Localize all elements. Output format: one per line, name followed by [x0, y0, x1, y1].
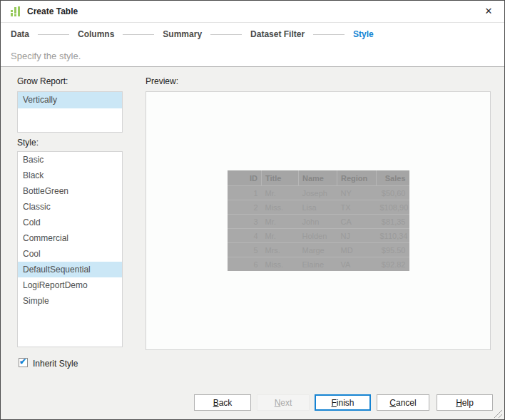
- table-cell: NY: [337, 186, 377, 200]
- help-button[interactable]: Help: [437, 394, 493, 411]
- table-cell: 6: [228, 257, 262, 272]
- style-list[interactable]: Basic Black BottleGreen Classic Cold Com…: [17, 151, 123, 347]
- grow-report-option-vertically[interactable]: Vertically: [18, 92, 122, 108]
- table-cell: $95.50: [377, 243, 409, 257]
- inherit-style-label: Inherit Style: [33, 359, 78, 369]
- table-cell: Miss.: [262, 200, 299, 215]
- table-row: 4 Mr. Holden NJ $110,34: [228, 229, 409, 243]
- inherit-style-checkbox[interactable]: ✔: [19, 358, 28, 367]
- table-cell: 2: [228, 200, 262, 215]
- title-bar[interactable]: Create Table ✕: [1, 1, 504, 23]
- table-cell: Miss.: [262, 257, 299, 272]
- step-dataset-filter[interactable]: Dataset Filter: [250, 29, 305, 39]
- table-cell: 3: [228, 215, 262, 229]
- finish-button[interactable]: Finish: [315, 394, 371, 411]
- step-summary[interactable]: Summary: [163, 29, 202, 39]
- table-cell: $81,35: [377, 215, 409, 229]
- style-label: Style:: [17, 138, 39, 148]
- table-cell: $108,90: [377, 200, 409, 215]
- table-cell: $110,34: [377, 229, 409, 243]
- table-cell: $92.82: [377, 257, 409, 272]
- table-cell: TX: [337, 200, 377, 215]
- table-cell: Mr.: [262, 229, 299, 243]
- table-header-cell: Region: [337, 170, 377, 186]
- style-option-cold[interactable]: Cold: [18, 215, 122, 230]
- table-header-cell: Title: [262, 170, 299, 186]
- step-columns[interactable]: Columns: [78, 29, 114, 39]
- table-cell: $50,60: [377, 186, 409, 200]
- next-button: Next: [257, 394, 310, 411]
- subtitle-row: Specify the style.: [1, 46, 504, 67]
- back-button[interactable]: Back: [194, 394, 251, 411]
- style-option-black[interactable]: Black: [18, 168, 122, 183]
- style-option-commercial[interactable]: Commercial: [18, 230, 122, 246]
- step-style[interactable]: Style: [353, 29, 374, 39]
- preview-table: ID Title Name Region Sales 1 Mr. Joseph …: [228, 170, 409, 271]
- checkmark-icon: ✔: [19, 357, 26, 367]
- style-option-basic[interactable]: Basic: [18, 152, 122, 168]
- close-icon[interactable]: ✕: [482, 5, 495, 18]
- table-cell: Marge: [299, 243, 337, 257]
- table-cell: Holden: [299, 229, 337, 243]
- step-connector: [313, 34, 345, 35]
- table-header-cell: Sales: [377, 170, 409, 186]
- preview-panel: ID Title Name Region Sales 1 Mr. Joseph …: [146, 91, 491, 350]
- table-row: 5 Mrs. Marge MD $95.50: [228, 243, 409, 257]
- step-connector: [38, 34, 69, 35]
- table-cell: John: [299, 215, 337, 229]
- preview-label: Preview:: [146, 76, 178, 86]
- create-table-dialog: Create Table ✕ Data Columns Summary Data…: [0, 0, 505, 420]
- table-cell: Elaine: [299, 257, 337, 272]
- table-row: 6 Miss. Elaine VA $92.82: [228, 257, 409, 272]
- step-connector: [123, 34, 154, 35]
- style-option-defaultsequential[interactable]: DefaultSequential: [18, 262, 122, 277]
- cancel-button[interactable]: Cancel: [377, 394, 429, 411]
- resize-grip-icon[interactable]: [494, 409, 503, 418]
- table-cell: Mrs.: [262, 243, 299, 257]
- step-connector: [210, 34, 242, 35]
- window-title: Create Table: [27, 6, 78, 16]
- step-data[interactable]: Data: [11, 29, 29, 39]
- table-header-row: ID Title Name Region Sales: [228, 170, 409, 186]
- table-cell: Joseph: [299, 186, 337, 200]
- style-option-logireportdemo[interactable]: LogiReportDemo: [18, 277, 122, 293]
- table-row: 1 Mr. Joseph NY $50,60: [228, 186, 409, 200]
- table-row: 2 Miss. Lisa TX $108,90: [228, 200, 409, 215]
- table-cell: 1: [228, 186, 262, 200]
- table-cell: Mr.: [262, 215, 299, 229]
- table-cell: 4: [228, 229, 262, 243]
- table-cell: Lisa: [299, 200, 337, 215]
- table-cell: Mr.: [262, 186, 299, 200]
- table-cell: MD: [337, 243, 377, 257]
- style-option-simple[interactable]: Simple: [18, 293, 122, 309]
- table-cell: NJ: [337, 229, 377, 243]
- content-area: Grow Report: Vertically Style: Basic Bla…: [1, 67, 504, 419]
- style-option-cool[interactable]: Cool: [18, 246, 122, 262]
- wizard-steps: Data Columns Summary Dataset Filter Styl…: [1, 23, 504, 46]
- table-cell: VA: [337, 257, 377, 272]
- table-header-cell: ID: [228, 170, 262, 186]
- table-cell: CA: [337, 215, 377, 229]
- page-subtitle: Specify the style.: [11, 51, 81, 61]
- style-option-classic[interactable]: Classic: [18, 199, 122, 215]
- table-row: 3 Mr. John CA $81,35: [228, 215, 409, 229]
- chart-bars-icon: [9, 6, 21, 18]
- style-option-bottlegreen[interactable]: BottleGreen: [18, 183, 122, 199]
- grow-report-label: Grow Report:: [17, 76, 68, 86]
- table-cell: 5: [228, 243, 262, 257]
- table-header-cell: Name: [299, 170, 337, 186]
- grow-report-list[interactable]: Vertically: [17, 91, 123, 133]
